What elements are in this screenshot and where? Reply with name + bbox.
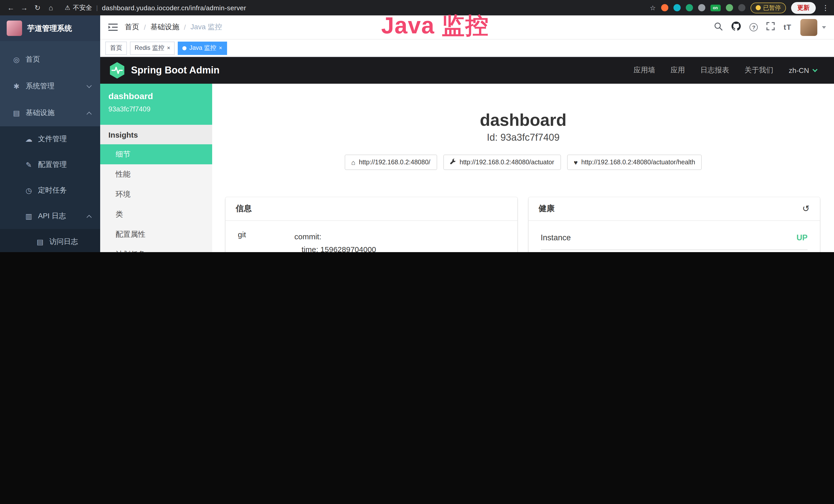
sba-brand-label: Spring Boot Admin [131,65,220,76]
sidebar-item-scheduled-jobs[interactable]: ◷ 定时任务 [0,178,100,203]
url-text[interactable]: dashboard.yudao.iocoder.cn/infra/admin-s… [102,4,246,12]
sba-nav-applications[interactable]: 应用 [671,66,685,75]
extension-icon[interactable] [673,4,680,11]
health-status-badge: UP [796,233,808,243]
health-card-body: Instance UP [528,221,820,252]
sidebar-item-label: 定时任务 [38,186,67,195]
cards-left-column: 信息 git commit: time: 1596289704000 id: 2… [225,197,517,252]
update-label: 更新 [797,4,810,11]
github-icon[interactable] [732,22,741,33]
back-icon[interactable]: ← [5,4,17,12]
info-card-title: 信息 [225,197,517,221]
cards-grid: 信息 git commit: time: 1596289704000 id: 2… [212,197,834,252]
sba-sidebar: dashboard 93a3fc7f7409 Insights 细节 性能 环境… [100,84,212,252]
sidebar-menu: ◎ 首页 ✱ 系统管理 ▤ 基础设施 ☁ 文件管理 ✎ 配置管理 [0,41,100,252]
tag-home[interactable]: 首页 [105,41,127,55]
git-time-line: time: 1596289704000 [294,243,505,252]
file-icon: ☁ [23,135,35,143]
service-url: http://192.168.0.2:48080/ [359,159,430,166]
sidebar-item-config-mgmt[interactable]: ✎ 配置管理 [0,152,100,178]
sidebar-item-file-mgmt[interactable]: ☁ 文件管理 [0,126,100,152]
sidebar-item-label: 首页 [26,55,40,64]
extension-icon[interactable] [685,4,693,11]
job-icon: ◷ [23,186,35,194]
extension-icon[interactable] [738,4,745,11]
address-bar[interactable]: ⚠ 不安全 | dashboard.yudao.iocoder.cn/infra… [65,3,246,12]
font-size-icon[interactable]: tT [784,23,792,31]
health-card-title: 健康 [539,203,554,214]
annotation-text: Java 监控 [381,10,489,41]
sba-body: dashboard 93a3fc7f7409 Insights 细节 性能 环境… [100,84,834,252]
sidebar-item-label: 系统管理 [26,82,54,91]
sidebar-item-infrastructure[interactable]: ▤ 基础设施 [0,100,100,126]
tag-java-monitor[interactable]: Java 监控 × [178,41,227,55]
sidebar-item-label: 访问日志 [49,237,78,247]
sba-item-details[interactable]: 细节 [100,144,212,164]
sba-item-environment[interactable]: 环境 [100,184,212,204]
sidebar-item-access-log[interactable]: ▤ 访问日志 [0,229,100,252]
health-url: http://192.168.0.2:48080/actuator/health [581,159,695,166]
sidebar-item-home[interactable]: ◎ 首页 [0,46,100,73]
locale-selector[interactable]: zh-CN [789,66,817,74]
sba-brand[interactable]: Spring Boot Admin [109,62,220,79]
help-icon[interactable]: ? [750,23,758,31]
sba-navbar: Spring Boot Admin 应用墙 应用 日志报表 关于我们 zh-CN [100,57,834,84]
paused-pill[interactable]: 已暂停 [750,2,786,13]
insights-group-label: Insights [100,125,212,144]
extension-icon[interactable] [661,4,668,11]
extension-on-badge-icon[interactable]: on [710,4,721,11]
tags-view: 首页 Redis 监控 × Java 监控 × [100,40,834,57]
sba-item-scheduled-tasks[interactable]: 计划任务 [100,245,212,252]
forward-icon[interactable]: → [19,4,30,12]
tag-redis-monitor[interactable]: Redis 监控 × [130,41,175,55]
user-avatar[interactable] [800,19,817,36]
search-icon[interactable] [714,22,723,32]
sba-nav-journal[interactable]: 日志报表 [700,66,729,75]
avatar-caret-icon[interactable] [822,26,826,28]
sba-item-metrics[interactable]: 性能 [100,164,212,184]
instance-name: dashboard [108,91,204,102]
reload-icon[interactable]: ↻ [32,4,43,12]
history-icon[interactable]: ↺ [803,203,810,214]
sba-item-classes[interactable]: 类 [100,204,212,224]
main-area: 首页 基础设施 Java 监控 ? tT [100,16,834,252]
sba-nav-wallboard[interactable]: 应用墙 [634,66,655,75]
instance-header[interactable]: dashboard 93a3fc7f7409 [100,84,212,125]
breadcrumb-current: Java 监控 [191,23,222,32]
health-url-button[interactable]: ♥ http://192.168.0.2:48080/actuator/heal… [567,155,702,170]
service-url-button[interactable]: ⌂ http://192.168.0.2:48080/ [345,155,437,170]
close-icon[interactable]: × [167,45,170,51]
info-row: git commit: time: 1596289704000 id: 27aa… [238,230,505,252]
update-button[interactable]: 更新 [791,2,816,14]
sba-item-config-props[interactable]: 配置属性 [100,224,212,245]
sidebar-item-system[interactable]: ✱ 系统管理 [0,73,100,100]
sidebar-item-label: 文件管理 [38,135,67,144]
breadcrumb-home[interactable]: 首页 [125,23,139,32]
browser-menu-icon[interactable]: ⋮ [822,4,829,12]
header-actions: ? tT [714,19,826,36]
browser-actions: ☆ on 已暂停 更新 ⋮ [650,2,829,14]
health-key: Instance [541,233,571,243]
chevron-up-icon [87,215,92,220]
sba-nav-about[interactable]: 关于我们 [745,66,773,75]
breadcrumb-infra[interactable]: 基础设施 [151,23,179,32]
extension-icon[interactable] [698,4,705,11]
bookmark-star-icon[interactable]: ☆ [650,4,656,12]
security-label[interactable]: 不安全 [73,3,92,12]
sba-content: dashboard Id: 93a3fc7f7409 ⌂ http://192.… [212,84,834,252]
sidebar-logo[interactable]: 芋道管理系统 [0,16,100,41]
dashboard-icon: ◎ [10,55,23,64]
sidebar-item-api-log[interactable]: ▥ API 日志 [0,203,100,229]
close-icon[interactable]: × [219,45,222,51]
extension-icon[interactable] [726,4,733,11]
chevron-down-icon [812,67,817,72]
detail-title: dashboard [212,110,834,130]
browser-home-icon[interactable]: ⌂ [45,4,57,12]
fullscreen-icon[interactable] [767,22,775,32]
sidebar-item-label: 配置管理 [38,160,67,169]
chevron-down-icon [87,83,92,88]
security-warning-icon: ⚠ [65,4,70,11]
chevron-up-icon [87,111,92,117]
actuator-url-button[interactable]: http://192.168.0.2:48080/actuator [443,155,561,170]
sidebar-fold-icon[interactable] [108,23,118,31]
